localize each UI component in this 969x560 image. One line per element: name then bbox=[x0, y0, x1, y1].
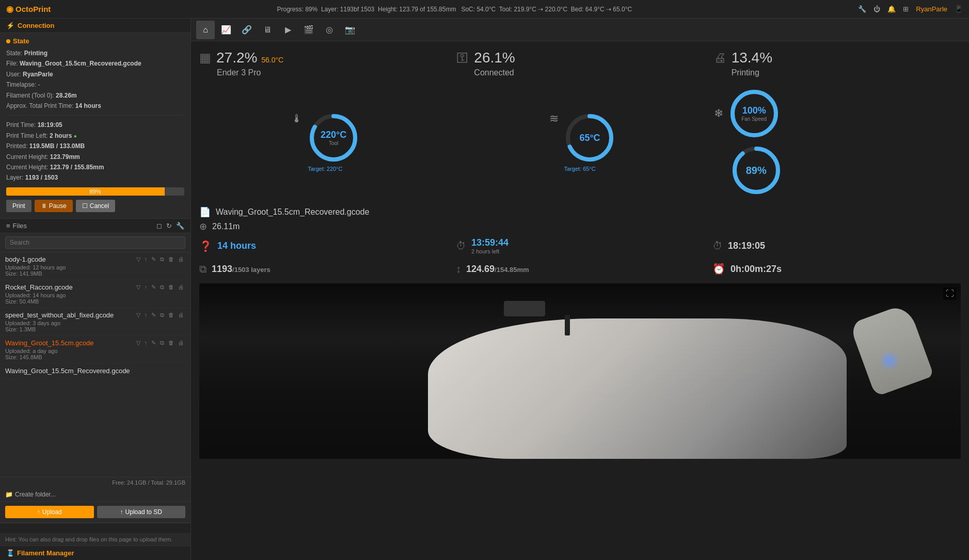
tab-terminal[interactable]: ▶ bbox=[279, 21, 297, 39]
power-icon[interactable]: ⏻ bbox=[873, 5, 880, 13]
stat-printer-name: Ender 3 Pro bbox=[217, 68, 446, 77]
progress-bar-bg: 89% bbox=[6, 187, 184, 196]
create-folder-label: Create folder... bbox=[15, 491, 56, 498]
upload-sd-icon: ↑ bbox=[120, 508, 123, 516]
list-item[interactable]: body-1.gcode Uploaded: 12 hours ago Size… bbox=[0, 252, 190, 280]
file-action-upload2[interactable]: ↑ bbox=[143, 255, 149, 263]
tab-photo[interactable]: 📷 bbox=[341, 21, 359, 39]
file-action-edit[interactable]: ✎ bbox=[150, 255, 157, 263]
file-list: body-1.gcode Uploaded: 12 hours ago Size… bbox=[0, 252, 190, 477]
file-action-copy[interactable]: ⧉ bbox=[158, 339, 166, 347]
file-action-upload2[interactable]: ↑ bbox=[143, 283, 149, 291]
file-item-name: speed_test_without_abl_fixed.gcode bbox=[5, 311, 114, 319]
state-info: State: Printing File: Waving_Groot_15.5c… bbox=[6, 48, 184, 183]
clock-remain-icon: ⏰ bbox=[712, 263, 725, 275]
tab-target[interactable]: ◎ bbox=[320, 21, 339, 39]
file-action-down[interactable]: ▽ bbox=[135, 311, 142, 319]
create-folder-button[interactable]: 📁 Create folder... bbox=[5, 491, 56, 498]
file-item-size: Size: 145.8MB bbox=[5, 354, 94, 360]
layers-icon: ⧉ bbox=[199, 263, 206, 275]
settings-icon[interactable]: 🔧 bbox=[176, 222, 184, 230]
file-action-delete[interactable]: 🗑 bbox=[167, 255, 176, 263]
metric-est-total: ❓ 14 hours bbox=[199, 237, 448, 254]
fan-gauge-text: 100% Fan Speed bbox=[741, 105, 767, 122]
upload-sd-button[interactable]: ↑ Upload to SD bbox=[97, 506, 186, 518]
bed-temp-value: 65°C bbox=[579, 133, 600, 143]
stat-print-status: Printing bbox=[732, 68, 961, 77]
camera-placeholder bbox=[199, 283, 961, 459]
file-action-delete[interactable]: 🗑 bbox=[167, 283, 176, 291]
current-height-row: Current Height: 123.79mm bbox=[6, 152, 184, 162]
progress-bar-container: 89% bbox=[6, 187, 184, 196]
tool-target-label: Target: 220°C bbox=[308, 166, 359, 172]
file-action-down[interactable]: ▽ bbox=[135, 255, 142, 263]
bell-icon[interactable]: 🔔 bbox=[887, 5, 896, 13]
search-input[interactable] bbox=[5, 236, 185, 249]
print-button[interactable]: Print bbox=[6, 200, 31, 212]
file-item-meta: Uploaded: a day ago bbox=[5, 348, 94, 354]
mobile-icon[interactable]: 📱 bbox=[955, 5, 963, 13]
file-action-down[interactable]: ▽ bbox=[135, 283, 142, 291]
tab-link[interactable]: 🔗 bbox=[237, 21, 256, 39]
file-action-delete[interactable]: 🗑 bbox=[167, 311, 176, 318]
files-header: ≡ Files ◻ ↻ 🔧 bbox=[0, 219, 190, 233]
filament-manager-label[interactable]: 🧵 Filament Manager bbox=[6, 549, 184, 557]
stat-temp3-value: 13.4% bbox=[732, 50, 772, 66]
refresh-icon[interactable]: ↻ bbox=[166, 222, 172, 230]
file-action-print2[interactable]: 🖨 bbox=[177, 339, 185, 346]
file-action-edit[interactable]: ✎ bbox=[150, 283, 157, 291]
files-header-icons: ◻ ↻ 🔧 bbox=[156, 222, 184, 230]
file-action-edit[interactable]: ✎ bbox=[150, 311, 157, 319]
tab-chart[interactable]: 📈 bbox=[217, 21, 235, 39]
upload-icon: ↑ bbox=[37, 508, 40, 516]
file-action-upload2[interactable]: ↑ bbox=[143, 339, 149, 346]
file-action-print2[interactable]: 🖨 bbox=[177, 255, 185, 263]
user-menu[interactable]: RyanParle bbox=[916, 5, 947, 13]
tab-monitor[interactable]: 🖥 bbox=[258, 21, 277, 39]
height-icon: ↕ bbox=[456, 263, 461, 275]
app-logo: ◉ OctoPrint bbox=[6, 4, 51, 14]
stat-temp2-value: 26.1% bbox=[474, 50, 515, 66]
tab-camera-view[interactable]: 🎬 bbox=[299, 21, 318, 39]
connection-header: ⚡ Connection bbox=[0, 19, 190, 33]
remaining-value: 0h:00m:27s bbox=[730, 264, 782, 275]
question-icon: ❓ bbox=[199, 240, 212, 252]
file-action-print2[interactable]: 🖨 bbox=[177, 283, 185, 291]
file-action-copy[interactable]: ⧉ bbox=[158, 283, 166, 291]
file-action-copy[interactable]: ⧉ bbox=[158, 255, 166, 263]
cancel-button[interactable]: ☐ Cancel bbox=[76, 200, 115, 212]
upload-button[interactable]: ↑ Upload bbox=[5, 506, 94, 518]
tab-bar: ⌂ 📈 🔗 🖥 ▶ 🎬 ◎ 📷 bbox=[191, 19, 969, 41]
current-height-value: 123.79mm bbox=[50, 153, 80, 161]
metric-print-time: ⏱ 18:19:05 bbox=[712, 237, 961, 254]
right-panel: ⌂ 📈 🔗 🖥 ▶ 🎬 ◎ 📷 ▦ 27.2% 56.0°C bbox=[191, 19, 969, 560]
file-action-edit[interactable]: ✎ bbox=[150, 339, 157, 347]
file-action-upload2[interactable]: ↑ bbox=[143, 311, 149, 318]
filament-section: 🧵 Filament Manager bbox=[0, 546, 190, 560]
bed-gauge: ≋ 65°C Target: 65°C bbox=[456, 112, 703, 172]
tool-gauge-circle: 220°C Tool bbox=[308, 112, 359, 164]
file-action-copy[interactable]: ⧉ bbox=[158, 311, 166, 319]
layer-info: Layer: 1193bf 1503 bbox=[321, 6, 374, 13]
list-item[interactable]: speed_test_without_abl_fixed.gcode Uploa… bbox=[0, 308, 190, 336]
file-row: File: Waving_Groot_15.5cm_Recovered.gcod… bbox=[6, 58, 184, 69]
grid-icon[interactable]: ⊞ bbox=[903, 5, 909, 13]
file-action-print2[interactable]: 🖨 bbox=[177, 311, 185, 318]
list-item[interactable]: Rocket_Raccon.gcode Uploaded: 14 hours a… bbox=[0, 280, 190, 308]
pause-button[interactable]: ⏸ Pause bbox=[35, 200, 73, 212]
clock-print-icon: ⏱ bbox=[712, 240, 723, 252]
user-value: RyanParle bbox=[23, 71, 53, 78]
expand-icon[interactable]: ⛶ bbox=[943, 287, 957, 300]
logo-icon: ◉ bbox=[6, 4, 13, 14]
fan-label: Fan Speed bbox=[741, 116, 767, 122]
file-action-down[interactable]: ▽ bbox=[135, 339, 142, 347]
new-file-icon[interactable]: ◻ bbox=[156, 222, 162, 230]
file-action-delete[interactable]: 🗑 bbox=[167, 339, 176, 346]
fan-speed-value: 100% bbox=[741, 105, 767, 116]
wrench-icon[interactable]: 🔧 bbox=[858, 5, 866, 13]
tab-home[interactable]: ⌂ bbox=[196, 21, 215, 39]
files-footer: Free: 24.1GB / Total: 29.1GB bbox=[0, 477, 190, 488]
est-total-value: 14 hours bbox=[217, 241, 256, 251]
list-item[interactable]: Waving_Groot_15.5cm.gcode Uploaded: a da… bbox=[0, 336, 190, 364]
list-item[interactable]: Waving_Groot_15.5cm_Recovered.gcode bbox=[0, 364, 190, 379]
